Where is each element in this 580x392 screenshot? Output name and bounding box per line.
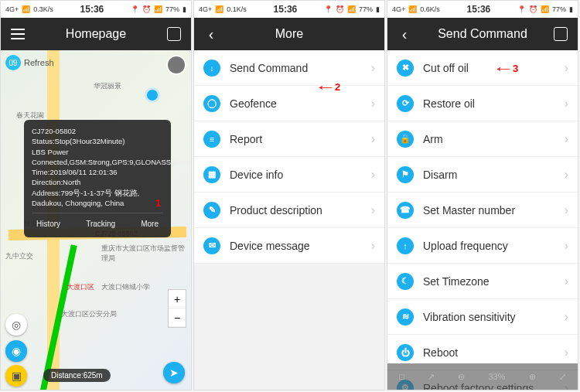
- my-location-button[interactable]: ◉: [5, 340, 27, 362]
- battery-pct: 77%: [359, 5, 373, 13]
- messages-button[interactable]: [551, 25, 570, 43]
- screen-send-command: 4G+ 📶 0.6K/s 15:36 📍 ⏰ 📶 77% ▮ ‹ Send Co…: [387, 0, 578, 390]
- viewer-toolbar-button[interactable]: 33%: [488, 372, 505, 381]
- chevron-right-icon: ›: [371, 239, 375, 253]
- viewer-toolbar-button[interactable]: □: [399, 372, 404, 381]
- cmd-item-disarm[interactable]: ⚑Disarm›: [387, 157, 578, 193]
- item-icon: ▦: [203, 166, 220, 183]
- cmd-item-upload-frequency[interactable]: ↑Upload frequency›: [387, 228, 578, 264]
- refresh-label: Refresh: [24, 58, 54, 67]
- alarm-icon: ⏰: [142, 5, 151, 13]
- status-time: 15:36: [80, 4, 104, 15]
- item-label: Geofence: [230, 97, 371, 110]
- item-label: Device info: [230, 169, 371, 181]
- cmd-item-set-master-number[interactable]: ☎Set Master number›: [387, 193, 578, 228]
- status-bar: 4G+ 📶 0.3K/s 15:36 📍 ⏰ 📶 77% ▮: [1, 1, 191, 18]
- chevron-right-icon: ›: [565, 61, 568, 75]
- more-item-device-message[interactable]: ✉Device message›: [194, 228, 384, 264]
- refresh-control[interactable]: 09 Refresh: [5, 55, 54, 70]
- viewer-toolbar-button[interactable]: ↗: [428, 372, 435, 382]
- back-arrow-icon: ‹: [402, 26, 408, 43]
- item-icon: ⏻: [397, 344, 414, 361]
- map-poi: 大渡口区公安分局: [61, 309, 117, 319]
- chevron-right-icon: ›: [371, 132, 375, 146]
- item-label: Set Master number: [423, 204, 565, 216]
- item-label: Upload frequency: [423, 240, 565, 252]
- toggle-button[interactable]: ▣: [5, 365, 27, 387]
- send-arrow-button[interactable]: ➤: [163, 362, 185, 383]
- status-bar: 4G+ 📶 0.1K/s 15:36 📍 ⏰ 📶 77% ▮: [194, 1, 384, 18]
- message-icon: [167, 27, 181, 41]
- zoom-out-button[interactable]: −: [169, 308, 186, 327]
- viewer-toolbar-button[interactable]: ⤢: [559, 372, 566, 382]
- item-icon: ≡: [203, 131, 220, 148]
- cmd-item-cut-off-oil[interactable]: ✖Cut off oil›: [387, 50, 578, 86]
- popup-status: Status:Stop(3Hour32Minute): [32, 136, 163, 146]
- popup-device: CJ720-05802: [32, 126, 163, 136]
- command-list: ✖Cut off oil›⟳Restore oil›🔒Arm›⚑Disarm›☎…: [387, 50, 578, 390]
- viewer-toolbar: □↗⊖33%⊕⤢: [387, 363, 578, 390]
- map-poi: 九中立交: [5, 251, 33, 261]
- more-item-report[interactable]: ≡Report›: [194, 121, 384, 157]
- popup-address: Address:799号-1-1-37号 钢花路, Dadukou, Chong…: [32, 188, 163, 209]
- refresh-count: 09: [5, 55, 21, 70]
- menu-button[interactable]: [9, 25, 27, 43]
- network-indicator: 4G+: [5, 5, 19, 13]
- back-button[interactable]: ‹: [395, 25, 414, 43]
- map-marker[interactable]: [145, 87, 160, 103]
- viewer-toolbar-button[interactable]: ⊖: [458, 372, 465, 382]
- item-label: Reboot: [423, 346, 565, 359]
- data-speed: 0.3K/s: [33, 5, 53, 13]
- chevron-right-icon: ›: [565, 168, 568, 182]
- signal-icon: 📶: [215, 5, 223, 13]
- hamburger-icon: [11, 29, 25, 39]
- locate-button[interactable]: ◎: [5, 314, 27, 336]
- item-icon: ✉: [203, 237, 220, 254]
- user-avatar[interactable]: [166, 55, 186, 75]
- message-icon: [554, 27, 568, 41]
- item-icon: ✎: [203, 202, 220, 219]
- item-icon: 🔒: [397, 131, 414, 148]
- cmd-item-vibration-sensitivity[interactable]: ≋Vibration sensitivity›: [387, 299, 578, 335]
- chevron-right-icon: ›: [565, 97, 568, 111]
- item-icon: ☾: [397, 273, 414, 290]
- page-title: Homepage: [27, 27, 165, 41]
- popup-power: LBS Power: [32, 147, 163, 157]
- more-item-geofence[interactable]: ◯Geofence›: [194, 86, 384, 121]
- history-button[interactable]: History: [32, 217, 65, 231]
- alarm-icon: ⏰: [336, 5, 344, 13]
- battery-pct: 77%: [552, 5, 566, 13]
- item-icon: ↓: [203, 60, 220, 77]
- signal-icon: 📶: [408, 5, 417, 13]
- cmd-item-arm[interactable]: 🔒Arm›: [387, 121, 578, 157]
- map-canvas[interactable]: 华冠丽景 春天花園 九中立交 大渡口区 大渡口区公安分局 秋实小区 CJ720-…: [1, 50, 191, 390]
- back-button[interactable]: ‹: [202, 25, 220, 43]
- app-header: ‹ More: [194, 18, 384, 50]
- more-item-send-command[interactable]: ↓Send Command›: [194, 50, 384, 86]
- more-item-device-info[interactable]: ▦Device info›: [194, 157, 384, 193]
- messages-button[interactable]: [165, 25, 183, 43]
- item-icon: ⚑: [397, 166, 414, 183]
- item-label: Device message: [230, 240, 371, 252]
- map-poi: 华冠丽景: [94, 81, 121, 91]
- item-label: Cut off oil: [423, 62, 565, 74]
- item-label: Arm: [423, 133, 565, 145]
- cmd-item-restore-oil[interactable]: ⟳Restore oil›: [387, 86, 578, 121]
- item-icon: ☎: [397, 202, 414, 219]
- more-item-product-description[interactable]: ✎Product description›: [194, 193, 384, 228]
- chevron-right-icon: ›: [565, 239, 568, 253]
- cmd-item-set-timezone[interactable]: ☾Set Timezone›: [387, 264, 578, 299]
- battery-pct: 77%: [165, 5, 179, 13]
- more-list: ↓Send Command›◯Geofence›≡Report›▦Device …: [194, 50, 384, 390]
- item-label: Send Command: [230, 62, 371, 74]
- tracking-button[interactable]: Tracking: [81, 217, 120, 231]
- item-label: Disarm: [423, 169, 565, 181]
- more-button[interactable]: More: [136, 217, 163, 231]
- zoom-in-button[interactable]: +: [169, 290, 186, 308]
- item-icon: ≋: [397, 308, 414, 326]
- viewer-toolbar-button[interactable]: ⊕: [529, 372, 536, 382]
- item-icon: ◯: [203, 95, 220, 112]
- wifi-icon: 📶: [154, 5, 162, 13]
- back-arrow-icon: ‹: [209, 26, 214, 43]
- data-speed: 0.6K/s: [420, 5, 440, 13]
